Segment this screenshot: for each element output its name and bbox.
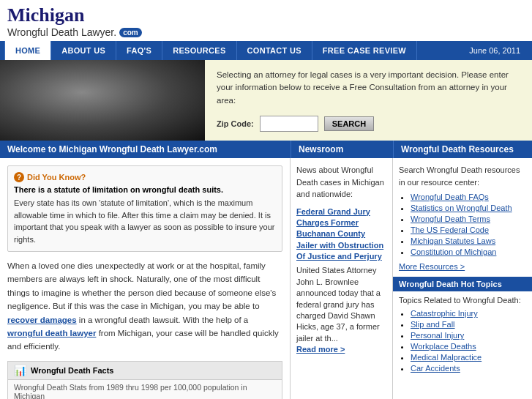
hot-topic-link-4[interactable]: Medical Malpractice: [411, 353, 482, 362]
list-item: Catastrophic Injury: [411, 309, 526, 318]
search-button[interactable]: SEARCH: [324, 116, 374, 131]
hero-photo-overlay: [0, 60, 205, 141]
list-item: The US Federal Code: [411, 225, 526, 234]
site-subtitle: Wrongful Death Lawyer. com: [7, 26, 525, 38]
main-left-column: ? Did You Know? There is a statute of li…: [0, 158, 291, 399]
main-center-column: News about Wrongful Death cases in Michi…: [291, 158, 393, 399]
resources-list: Wrongful Death FAQs Statistics on Wrongf…: [411, 193, 526, 256]
zip-input[interactable]: [260, 116, 318, 132]
nav-resources[interactable]: RESOURCES: [162, 41, 236, 60]
list-item: Car Accidents: [411, 364, 526, 373]
body-highlight-damages: recover damages: [7, 316, 77, 324]
hero-photo: [0, 60, 205, 141]
did-you-know-label: Did You Know?: [27, 173, 86, 182]
did-you-know-title: ? Did You Know?: [14, 172, 276, 182]
more-resources-link[interactable]: More Resources >: [399, 262, 465, 271]
main-right-column: Search Wrongful Death resources in our r…: [393, 158, 532, 399]
resource-link-4[interactable]: Michigan Statutes Laws: [411, 236, 495, 245]
hot-topic-link-2[interactable]: Personal Injury: [411, 331, 464, 340]
list-item: Slip and Fall: [411, 320, 526, 329]
nav-home[interactable]: HOME: [4, 41, 51, 60]
list-item: Wrongful Death FAQs: [411, 193, 526, 201]
resource-link-3[interactable]: The US Federal Code: [411, 225, 489, 234]
list-item: Statistics on Wrongful Death: [411, 204, 526, 212]
com-badge: com: [119, 28, 142, 37]
hero-description: Selecting an attorney for legal cases is…: [217, 69, 520, 107]
section-bar-welcome: Welcome to Michigan Wrongful Death Lawye…: [0, 141, 291, 158]
hot-topics-intro: Topics Related to Wrongful Death:: [399, 296, 526, 305]
hot-topic-link-1[interactable]: Slip and Fall: [411, 320, 455, 329]
nav-contact[interactable]: CONTACT US: [237, 41, 312, 60]
header: Michigan Wrongful Death Lawyer. com: [0, 0, 532, 41]
did-you-know-box: ? Did You Know? There is a statute of li…: [7, 165, 282, 252]
resource-link-0[interactable]: Wrongful Death FAQs: [411, 193, 489, 201]
body-text-1: When a loved one dies unexpectedly at wo…: [7, 261, 276, 310]
hot-topic-link-0[interactable]: Catastrophic Injury: [411, 309, 478, 318]
did-you-know-text: Every state has its own 'statute of limi…: [14, 197, 276, 245]
did-you-know-headline: There is a statute of limitation on wron…: [14, 185, 276, 194]
main-body-text: When a loved one dies unexpectedly at wo…: [7, 259, 282, 354]
list-item: Personal Injury: [411, 331, 526, 340]
news-item: Federal Grand Jury Charges Former Buchan…: [296, 206, 386, 356]
body-highlight-lawyer: wrongful death lawyer: [7, 329, 96, 338]
site-title: Michigan: [7, 4, 525, 26]
center-intro: News about Wrongful Death cases in Michi…: [296, 164, 386, 201]
right-intro: Search Wrongful Death resources in our r…: [399, 164, 526, 188]
subtitle-text: Wrongful Death Lawyer.: [7, 26, 116, 38]
list-item: Michigan Statutes Laws: [411, 236, 526, 245]
facts-title: 📊 Wrongful Death Facts: [8, 362, 282, 380]
news-link[interactable]: Federal Grand Jury Charges Former Buchan…: [296, 206, 386, 263]
resource-link-1[interactable]: Statistics on Wrongful Death: [411, 204, 512, 212]
hot-topic-link-5[interactable]: Car Accidents: [411, 364, 460, 373]
list-item: Constitution of Michigan: [411, 247, 526, 256]
hot-topics-list: Catastrophic Injury Slip and Fall Person…: [411, 309, 526, 373]
nav-about[interactable]: ABOUT US: [51, 41, 116, 60]
main-content: ? Did You Know? There is a statute of li…: [0, 158, 532, 399]
hero-form-panel: Selecting an attorney for legal cases is…: [205, 60, 532, 141]
news-detail: United States Attorney John L. Brownlee …: [296, 265, 386, 344]
resource-link-5[interactable]: Constitution of Michigan: [411, 247, 496, 256]
facts-box: 📊 Wrongful Death Facts Wrongful Death St…: [7, 361, 282, 399]
list-item: Medical Malpractice: [411, 353, 526, 362]
date-display: June 06, 2011: [462, 41, 528, 60]
nav-faq[interactable]: FAQ'S: [116, 41, 162, 60]
section-bar-resources: Wrongful Death Resources: [393, 141, 532, 158]
section-bar-newsroom: Newsroom: [291, 141, 393, 158]
question-icon: ?: [14, 172, 24, 182]
section-bar: Welcome to Michigan Wrongful Death Lawye…: [0, 141, 532, 158]
facts-description: Wrongful Death Stats from 1989 thru 1998…: [8, 380, 282, 399]
hot-topics-bar: Wrongful Death Hot Topics: [393, 277, 532, 291]
body-text-2: in a wrongful death lawsuit. With the he…: [79, 316, 248, 324]
resource-link-2[interactable]: Wrongful Death Terms: [411, 215, 490, 223]
zip-label: Zip Code:: [217, 119, 254, 128]
navigation: HOME ABOUT US FAQ'S RESOURCES CONTACT US…: [0, 41, 532, 60]
list-item: Workplace Deaths: [411, 342, 526, 351]
hot-topic-link-3[interactable]: Workplace Deaths: [411, 342, 476, 351]
chart-icon: 📊: [14, 365, 26, 376]
facts-title-label: Wrongful Death Facts: [31, 366, 113, 375]
list-item: Wrongful Death Terms: [411, 215, 526, 223]
hero-section: Selecting an attorney for legal cases is…: [0, 60, 532, 141]
read-more-link[interactable]: Read more >: [296, 344, 386, 355]
nav-free-case-review[interactable]: FREE CASE REVIEW: [312, 41, 417, 60]
zip-form-row: Zip Code: SEARCH: [217, 116, 520, 132]
